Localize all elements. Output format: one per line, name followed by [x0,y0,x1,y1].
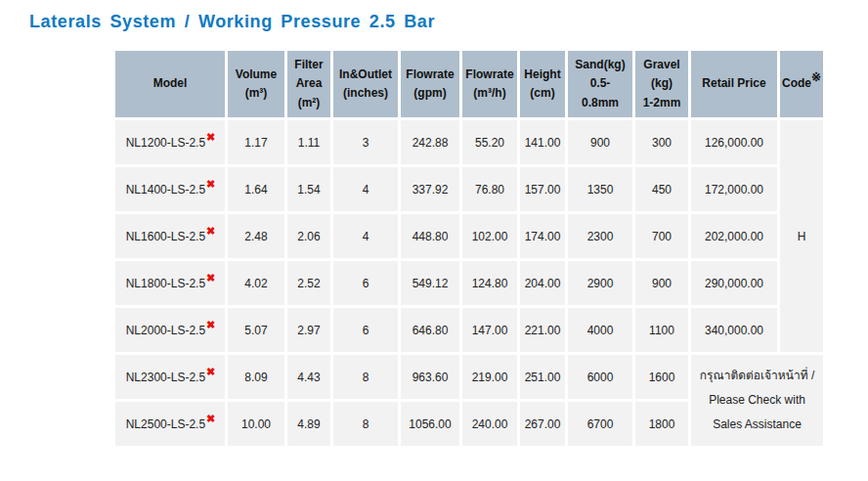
cell-volume: 1.64 [228,167,284,211]
cell-code: H [780,120,823,352]
table-row: NL1800-LS-2.5✖ 4.02 2.52 6 549.12 124.80… [115,261,823,305]
cell-volume: 1.17 [228,120,284,164]
cell-sand: 1350 [568,167,632,211]
cell-gravel: 300 [635,120,688,164]
cell-retail-price: 126,000.00 [691,120,777,164]
cell-height: 267.00 [520,402,565,446]
cell-volume: 10.00 [228,402,284,446]
cell-in-outlet: 3 [333,120,398,164]
laterals-price-table: Model Volume (m³) Filter Area (m²) In&Ou… [112,48,826,449]
cell-height: 204.00 [520,261,565,305]
cell-volume: 4.02 [228,261,284,305]
cross-mark-icon: ✖ [206,272,215,284]
cell-gravel: 700 [635,214,688,258]
cell-model: NL1400-LS-2.5✖ [115,167,225,211]
col-header-volume: Volume (m³) [228,51,284,117]
cell-filter-area: 2.52 [287,261,330,305]
cell-filter-area: 2.06 [287,214,330,258]
cell-model: NL2500-LS-2.5✖ [115,402,225,446]
cell-flowrate-gpm: 1056.00 [401,402,459,446]
cell-filter-area: 2.97 [287,308,330,352]
cell-flowrate-m3h: 240.00 [462,402,517,446]
cell-flowrate-m3h: 124.80 [462,261,517,305]
cell-gravel: 450 [635,167,688,211]
cell-height: 251.00 [520,355,565,399]
col-header-flowrate-m3h: Flowrate (m³/h) [462,51,517,117]
table-row: NL1600-LS-2.5✖ 2.48 2.06 4 448.80 102.00… [115,214,823,258]
cell-model: NL2300-LS-2.5✖ [115,355,225,399]
table-row: NL2000-LS-2.5✖ 5.07 2.97 6 646.80 147.00… [115,308,823,352]
col-header-model: Model [115,51,225,117]
page: Laterals System / Working Pressure 2.5 B… [0,0,868,481]
cross-mark-icon: ✖ [206,366,215,377]
cell-height: 157.00 [520,167,565,211]
cell-in-outlet: 6 [333,261,398,305]
col-header-in-outlet: In&Outlet (inches) [333,51,398,117]
cross-mark-icon: ✖ [206,131,215,143]
col-header-height: Height (cm) [520,51,565,117]
cell-contact-note: กรุณาติดต่อเจ้าหน้าที่ / Please Check wi… [691,355,823,446]
cell-flowrate-gpm: 646.80 [401,308,459,352]
cross-mark-icon: ✖ [206,225,215,237]
cell-flowrate-m3h: 147.00 [462,308,517,352]
col-header-sand: Sand(kg) 0.5- 0.8mm [568,51,632,117]
cell-height: 174.00 [520,214,565,258]
cell-filter-area: 4.43 [287,355,330,399]
col-header-retail-price: Retail Price [691,51,777,117]
cell-sand: 6700 [568,402,632,446]
cell-gravel: 900 [635,261,688,305]
cell-flowrate-m3h: 102.00 [462,214,517,258]
cell-flowrate-m3h: 55.20 [462,120,517,164]
cell-sand: 6000 [568,355,632,399]
cell-flowrate-m3h: 219.00 [462,355,517,399]
cell-retail-price: 340,000.00 [691,308,777,352]
cell-model: NL2000-LS-2.5✖ [115,308,225,352]
cell-in-outlet: 4 [333,167,398,211]
cell-model: NL1600-LS-2.5✖ [115,214,225,258]
cell-sand: 2900 [568,261,632,305]
page-title: Laterals System / Working Pressure 2.5 B… [29,12,435,32]
cell-gravel: 1100 [635,308,688,352]
cell-retail-price: 172,000.00 [691,167,777,211]
cell-flowrate-gpm: 337.92 [401,167,459,211]
cell-volume: 2.48 [228,214,284,258]
cell-in-outlet: 4 [333,214,398,258]
cell-flowrate-gpm: 242.88 [401,120,459,164]
table-row: NL1200-LS-2.5✖ 1.17 1.11 3 242.88 55.20 … [115,120,823,164]
cell-in-outlet: 6 [333,308,398,352]
cell-volume: 8.09 [228,355,284,399]
cell-in-outlet: 8 [333,402,398,446]
cell-sand: 2300 [568,214,632,258]
cross-mark-icon: ✖ [206,319,215,330]
cross-mark-icon: ✖ [206,178,215,190]
cell-filter-area: 1.54 [287,167,330,211]
reference-mark-icon: ※ [811,70,821,84]
cell-volume: 5.07 [228,308,284,352]
cell-flowrate-gpm: 963.60 [401,355,459,399]
cell-height: 141.00 [520,120,565,164]
cell-model: NL1200-LS-2.5✖ [115,120,225,164]
cell-flowrate-gpm: 549.12 [401,261,459,305]
col-header-code: Code※ [780,51,823,117]
header-row: Model Volume (m³) Filter Area (m²) In&Ou… [115,51,823,117]
col-header-gravel: Gravel (kg) 1-2mm [635,51,688,117]
table-row: NL1400-LS-2.5✖ 1.64 1.54 4 337.92 76.80 … [115,167,823,211]
cell-filter-area: 1.11 [287,120,330,164]
cell-model: NL1800-LS-2.5✖ [115,261,225,305]
col-header-flowrate-gpm: Flowrate (gpm) [401,51,459,117]
cell-flowrate-m3h: 76.80 [462,167,517,211]
cell-flowrate-gpm: 448.80 [401,214,459,258]
table-row: NL2300-LS-2.5✖ 8.09 4.43 8 963.60 219.00… [115,355,823,399]
cell-in-outlet: 8 [333,355,398,399]
cell-height: 221.00 [520,308,565,352]
cell-retail-price: 290,000.00 [691,261,777,305]
cell-gravel: 1600 [635,355,688,399]
cell-sand: 4000 [568,308,632,352]
cell-gravel: 1800 [635,402,688,446]
cell-filter-area: 4.89 [287,402,330,446]
cell-sand: 900 [568,120,632,164]
cell-retail-price: 202,000.00 [691,214,777,258]
cross-mark-icon: ✖ [206,413,215,424]
col-header-filter-area: Filter Area (m²) [287,51,330,117]
